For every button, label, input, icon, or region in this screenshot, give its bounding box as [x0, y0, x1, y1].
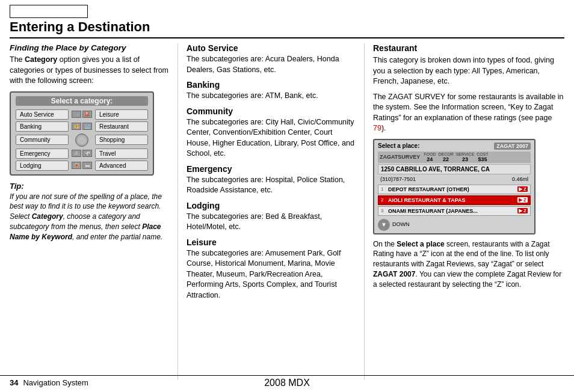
tip-section: Tip: If you are not sure of the spelling…	[10, 182, 170, 242]
text-banking: The subcategories are: ATM, Bank, etc.	[187, 91, 356, 102]
rest-name-1: DEPOT RESTAURANT (OTHER)	[388, 186, 515, 192]
cat-shopping[interactable]: Shopping	[95, 135, 148, 145]
zagat-food-val: 24	[427, 156, 433, 162]
cat-icon-2a: 💰	[72, 123, 81, 130]
heading-banking: Banking	[187, 80, 356, 90]
zagat-page-link[interactable]: 79	[373, 124, 381, 132]
footer-page-number: 34	[10, 378, 18, 387]
cat-icon-2b: 🏦	[82, 123, 92, 130]
rest-name-2: AIOLI RESTAURANT & TAPAS	[388, 197, 515, 203]
zagat-cost-label: COST	[477, 152, 488, 156]
left-column: Finding the Place by Category The Catego…	[10, 43, 178, 380]
intro-text: The Category option gives you a list of …	[10, 55, 170, 87]
cat-community[interactable]: Community	[16, 135, 69, 145]
text-lodging: The subcategories are: Bed & Breakfast, …	[187, 212, 356, 233]
heading-lodging: Lodging	[187, 201, 356, 210]
zagat-para-end: ).	[381, 124, 386, 132]
category-screen: Select a category: Auto Service 🔧 ⛽ Leis…	[10, 91, 154, 176]
zagat-score-decor: DECOR 22	[438, 152, 453, 162]
cat-leisure[interactable]: Leisure	[95, 109, 148, 120]
main-content: Finding the Place by Category The Catego…	[10, 43, 564, 380]
zagat-rest-item-2[interactable]: 2 AIOLI RESTAURANT & TAPAS ▶ Z	[378, 195, 531, 205]
tip-text: If you are not sure of the spelling of a…	[10, 192, 170, 242]
zagat-survey-label: ZAGATSURVEY	[380, 154, 420, 160]
cat-icon-5b: 🛏	[82, 162, 92, 169]
intro-bold-category: Category	[25, 55, 57, 64]
zagat-score-food: FOOD 24	[424, 152, 436, 162]
intro-text-before: The	[10, 55, 25, 64]
cat-icons-3	[75, 133, 88, 147]
rest-num-2: 2	[381, 197, 386, 203]
restaurant-heading: Restaurant	[373, 43, 564, 53]
z-icon-1[interactable]: ▶ Z	[517, 186, 528, 192]
zagat-address: 1250 CABRILLO AVE, TORRANCE, CA	[378, 164, 531, 174]
heading-auto-service: Auto Service	[187, 43, 356, 53]
cat-auto-service[interactable]: Auto Service	[16, 109, 69, 120]
cat-icons-5: 🏨 🛏	[72, 162, 92, 169]
cat-icon-5a: 🏨	[72, 162, 81, 169]
page-wrapper: Entering a Destination Finding the Place…	[0, 0, 574, 392]
down-label: DOWN	[392, 221, 410, 227]
cat-icons-1: 🔧 ⛽	[72, 111, 92, 118]
zagat-service-val: 23	[462, 156, 468, 162]
bottom-bold-1: Select a place	[397, 240, 444, 248]
zagat-phone-row: (310)787-7501 0.46ml	[378, 176, 531, 183]
zagat-cost-val: $35	[478, 156, 487, 162]
screen-title: Select a category:	[16, 96, 148, 106]
cat-icon-1a: 🔧	[72, 111, 81, 118]
cat-emergency[interactable]: Emergency	[16, 149, 69, 159]
zagat-paragraph: The ZAGAT SURVEY for some restaurants is…	[373, 92, 564, 134]
cat-row-4: Emergency ⚠ 🚑 Travel	[16, 149, 148, 159]
cat-lodging[interactable]: Lodging	[16, 161, 69, 171]
joystick-icon	[75, 133, 88, 147]
zagat-rest-item-3[interactable]: 3 ONAMI RESTAURANT (JAPANES... ▶ Z	[378, 206, 531, 216]
zagat-screen-title: Select a place:	[378, 142, 419, 149]
zagat-restaurant-list: 1 DEPOT RESTAURANT (OTHER) ▶ Z 2 AIOLI R…	[378, 185, 531, 216]
zagat-header-row: ZAGATSURVEY FOOD 24 DECOR 22 SERVICE 23	[378, 152, 531, 163]
bottom-bold-2: ZAGAT 2007	[373, 270, 415, 278]
cat-icons-2: 💰 🏦	[72, 123, 92, 130]
zagat-decor-label: DECOR	[438, 152, 453, 156]
zagat-score-cost: COST $35	[477, 152, 488, 162]
cat-row-3: Community Shopping	[16, 133, 148, 147]
cat-row-1: Auto Service 🔧 ⛽ Leisure	[16, 109, 148, 120]
tip-bold-1: Category	[32, 212, 63, 221]
cat-icon-4a: ⚠	[72, 150, 81, 157]
z-icon-2[interactable]: ▶ Z	[517, 197, 528, 203]
zagat-para-text1: The ZAGAT SURVEY for some restaurants is…	[373, 93, 564, 122]
heading-community: Community	[187, 106, 356, 116]
text-community: The subcategories are: City Hall, Civic/…	[187, 117, 356, 159]
heading-emergency: Emergency	[187, 164, 356, 174]
cat-row-5: Lodging 🏨 🛏 Advanced	[16, 161, 148, 171]
zagat-decor-val: 22	[443, 156, 449, 162]
right-column: Restaurant This category is broken down …	[365, 43, 564, 380]
z-icon-3[interactable]: ▶ Z	[517, 208, 528, 213]
zagat-screen: Select a place: ZAGAT 2007 ZAGATSURVEY F…	[373, 139, 535, 234]
tip-title: Tip:	[10, 182, 170, 191]
cat-icon-4b: 🚑	[82, 150, 92, 157]
zagat-score-service: SERVICE 23	[456, 152, 475, 162]
rest-num-3: 3	[381, 208, 386, 213]
footer: 34 Navigation System 2008 MDX	[0, 375, 574, 387]
cat-icon-1b: ⛽	[82, 111, 92, 118]
category-grid: Auto Service 🔧 ⛽ Leisure Banking 💰 🏦	[16, 109, 148, 171]
cat-icons-4: ⚠ 🚑	[72, 150, 92, 157]
cat-banking[interactable]: Banking	[16, 121, 69, 132]
restaurant-intro: This category is broken down into types …	[373, 55, 564, 87]
cat-advanced[interactable]: Advanced	[95, 161, 148, 171]
cat-restaurant[interactable]: Restaurant	[95, 121, 148, 132]
tip-text-3: , and enter the partial name.	[72, 233, 162, 241]
page-title: Entering a Destination	[10, 19, 564, 38]
text-leisure: The subcategories are: Amusement Park, G…	[187, 248, 356, 301]
down-arrow-icon[interactable]: ▼	[378, 219, 390, 231]
zagat-phone-number: (310)787-7501	[380, 176, 416, 182]
zagat-score-group: FOOD 24 DECOR 22 SERVICE 23 COST	[424, 152, 489, 162]
zagat-screen-top: Select a place: ZAGAT 2007	[378, 142, 531, 150]
zagat-rest-item-1[interactable]: 1 DEPOT RESTAURANT (OTHER) ▶ Z	[378, 185, 531, 194]
bottom-text-1: On the	[373, 240, 397, 248]
rest-name-3: ONAMI RESTAURANT (JAPANES...	[388, 208, 515, 214]
zagat-food-label: FOOD	[424, 152, 436, 156]
middle-column: Auto Service The subcategories are: Acur…	[178, 43, 365, 380]
zagat-distance: 0.46ml	[512, 176, 528, 182]
cat-travel[interactable]: Travel	[95, 149, 148, 159]
